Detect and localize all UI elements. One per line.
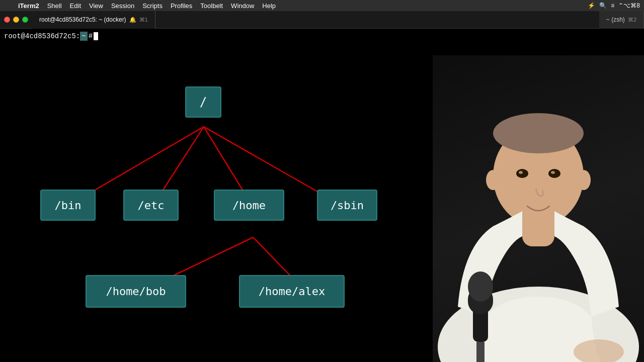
menubar: iTerm2 Shell Edit View Session Scripts P… bbox=[0, 0, 644, 11]
menubar-view[interactable]: View bbox=[85, 0, 107, 11]
svg-point-9 bbox=[493, 113, 584, 153]
tab-bell-icon: 🔔 bbox=[129, 17, 136, 23]
node-home: /home bbox=[214, 190, 284, 221]
tab-docker[interactable]: root@4cd8536d72c5: ~ (docker) 🔔 ⌘1 bbox=[32, 11, 155, 29]
menubar-toolbelt[interactable]: Toolbelt bbox=[196, 0, 227, 11]
node-home-bob: /home/bob bbox=[86, 275, 186, 308]
person-video-area bbox=[433, 55, 644, 362]
tab2-shortcut: ⌘2 bbox=[628, 17, 636, 23]
menubar-help[interactable]: Help bbox=[258, 0, 280, 11]
tab-docker-label: root@4cd8536d72c5: ~ (docker) bbox=[39, 16, 126, 23]
svg-point-15 bbox=[551, 171, 555, 174]
menubar-edit[interactable]: Edit bbox=[66, 0, 85, 11]
menubar-window[interactable]: Window bbox=[227, 0, 258, 11]
tabbar: root@4cd8536d72c5: ~ (docker) 🔔 ⌘1 ~ (zs… bbox=[0, 11, 644, 29]
svg-rect-19 bbox=[476, 342, 485, 362]
menubar-shell[interactable]: Shell bbox=[43, 0, 66, 11]
menubar-profiles[interactable]: Profiles bbox=[167, 0, 196, 11]
node-root: / bbox=[185, 86, 221, 118]
node-home-alex: /home/alex bbox=[239, 275, 345, 308]
node-etc: /etc bbox=[123, 190, 179, 221]
tab1-shortcut: ⌘1 bbox=[139, 17, 148, 23]
menubar-scripts[interactable]: Scripts bbox=[138, 0, 167, 11]
maximize-button[interactable] bbox=[22, 17, 28, 23]
battery-icon: ⚡ bbox=[588, 2, 595, 9]
svg-point-13 bbox=[548, 169, 560, 178]
menubar-right: ⚡ 🔍 ≡ ⌃⌥⌘8 bbox=[588, 2, 640, 9]
svg-point-11 bbox=[577, 170, 591, 190]
tab-zsh[interactable]: ~ (zsh) ⌘2 bbox=[599, 11, 644, 29]
person-silhouette-svg bbox=[433, 55, 644, 362]
svg-point-10 bbox=[486, 170, 500, 190]
prompt-user-host: root@4cd8536d72c5: bbox=[4, 32, 80, 40]
search-icon[interactable]: 🔍 bbox=[599, 2, 607, 9]
list-icon[interactable]: ≡ bbox=[611, 2, 614, 9]
svg-point-18 bbox=[468, 272, 493, 302]
close-button[interactable] bbox=[4, 17, 10, 23]
menubar-iterm2[interactable]: iTerm2 bbox=[14, 0, 43, 11]
prompt-symbol: # bbox=[89, 32, 93, 40]
minimize-button[interactable] bbox=[13, 17, 19, 23]
node-bin: /bin bbox=[40, 190, 96, 221]
shortcut-display: ⌃⌥⌘8 bbox=[618, 2, 640, 9]
node-sbin: /sbin bbox=[317, 190, 377, 221]
terminal-area[interactable]: root@4cd8536d72c5:~# / /b bbox=[0, 29, 644, 362]
svg-point-14 bbox=[519, 171, 523, 174]
prompt-line: root@4cd8536d72c5:~# bbox=[0, 29, 644, 44]
svg-point-12 bbox=[516, 169, 528, 178]
directory-tree: / /bin /etc /home /sbin /home/bob /home/… bbox=[15, 79, 392, 362]
prompt-path: ~ bbox=[80, 32, 87, 41]
menubar-session[interactable]: Session bbox=[107, 0, 138, 11]
tab-zsh-label: ~ (zsh) bbox=[606, 16, 625, 23]
terminal-cursor bbox=[94, 32, 98, 40]
